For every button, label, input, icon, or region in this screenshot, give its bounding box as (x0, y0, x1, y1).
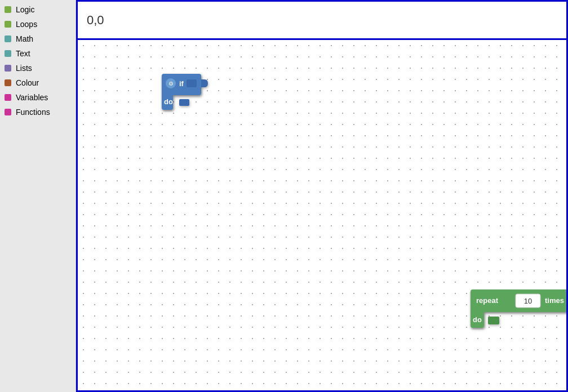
functions-color-dot (5, 109, 11, 115)
sidebar-item-functions[interactable]: Functions (0, 105, 76, 119)
sidebar-item-logic[interactable]: Logic (0, 2, 76, 17)
colour-color-dot (5, 79, 11, 86)
logic-label: Logic (16, 5, 34, 14)
svg-text:10: 10 (524, 297, 532, 305)
repeat-block[interactable]: repeat 10 times do (468, 289, 568, 330)
logic-color-dot (5, 6, 11, 13)
functions-label: Functions (16, 108, 50, 117)
sidebar: LogicLoopsMathTextListsColourVariablesFu… (0, 0, 76, 392)
variables-color-dot (5, 94, 11, 101)
main-area: 0,0 ⚙ if (76, 0, 568, 392)
svg-text:do: do (164, 97, 173, 106)
repeat-block-svg: repeat 10 times do (468, 289, 568, 330)
math-label: Math (16, 34, 33, 43)
if-block[interactable]: ⚙ if do (159, 74, 210, 112)
lists-label: Lists (16, 64, 32, 73)
coord-label: 0,0 (87, 13, 104, 28)
svg-text:do: do (473, 315, 482, 324)
colour-label: Colour (16, 78, 39, 87)
sidebar-item-loops[interactable]: Loops (0, 17, 76, 32)
sidebar-item-variables[interactable]: Variables (0, 90, 76, 105)
svg-text:times: times (545, 296, 564, 305)
text-color-dot (5, 50, 11, 57)
variables-label: Variables (16, 93, 48, 102)
svg-rect-2 (187, 79, 197, 87)
svg-text:⚙: ⚙ (168, 81, 174, 87)
loops-label: Loops (16, 20, 37, 29)
svg-rect-4 (179, 99, 189, 106)
coord-bar: 0,0 (76, 0, 568, 38)
svg-rect-11 (488, 317, 499, 324)
math-color-dot (5, 35, 11, 42)
if-label: if (179, 79, 184, 88)
sidebar-item-lists[interactable]: Lists (0, 61, 76, 75)
sidebar-item-text[interactable]: Text (0, 46, 76, 61)
loops-color-dot (5, 21, 11, 28)
svg-text:repeat: repeat (476, 296, 499, 305)
lists-color-dot (5, 65, 11, 72)
workspace[interactable]: ⚙ if do (76, 38, 568, 392)
if-block-svg: ⚙ if do (159, 74, 210, 112)
sidebar-item-colour[interactable]: Colour (0, 75, 76, 90)
text-label: Text (16, 49, 30, 58)
sidebar-item-math[interactable]: Math (0, 32, 76, 46)
